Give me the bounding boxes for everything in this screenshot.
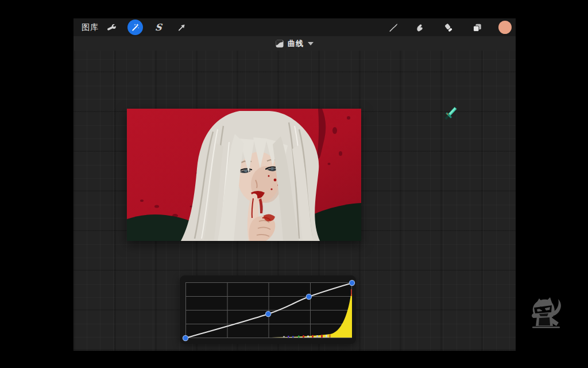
chevron-down-icon (308, 42, 314, 45)
gallery-button[interactable]: 图库 (82, 18, 99, 36)
transform-button[interactable] (174, 20, 189, 35)
adjustment-title-bar[interactable]: 曲线 (74, 36, 516, 51)
procreate-window: 图库 S (74, 18, 516, 351)
curves-panel: 伽玛 红色 绿色 蓝色 (180, 275, 356, 344)
smudge-finger-icon (415, 22, 425, 33)
screen: { "toolbar": { "gallery_label": "图库", "a… (0, 0, 588, 368)
layers-icon (472, 22, 482, 33)
eraser-button[interactable] (440, 20, 456, 35)
transform-arrow-icon (177, 22, 187, 32)
curves-icon (276, 40, 284, 48)
actions-button[interactable] (104, 20, 119, 35)
wrench-icon (107, 22, 117, 32)
adjustment-title: 曲线 (288, 39, 304, 49)
curve-control-point[interactable] (349, 280, 354, 285)
selection-button[interactable]: S (150, 20, 166, 35)
brush-icon (388, 22, 399, 33)
adjustments-button[interactable] (127, 20, 143, 35)
curve-control-point[interactable] (266, 311, 271, 316)
curve-control-point[interactable] (183, 335, 188, 340)
top-toolbar: 图库 S (74, 18, 516, 36)
active-color-swatch[interactable] (498, 21, 512, 34)
magic-wand-icon (130, 22, 140, 32)
layers-button[interactable] (469, 20, 485, 35)
pixel-sword-sticker[interactable] (442, 106, 458, 123)
eraser-icon (443, 22, 454, 33)
wolf-mascot-watermark (525, 297, 567, 334)
canvas-artwork[interactable] (127, 109, 361, 241)
selection-s-icon: S (154, 22, 163, 33)
smudge-button[interactable] (412, 20, 427, 35)
curve-control-point[interactable] (306, 294, 311, 299)
brush-button[interactable] (385, 20, 401, 35)
curves-graph[interactable] (185, 282, 352, 338)
